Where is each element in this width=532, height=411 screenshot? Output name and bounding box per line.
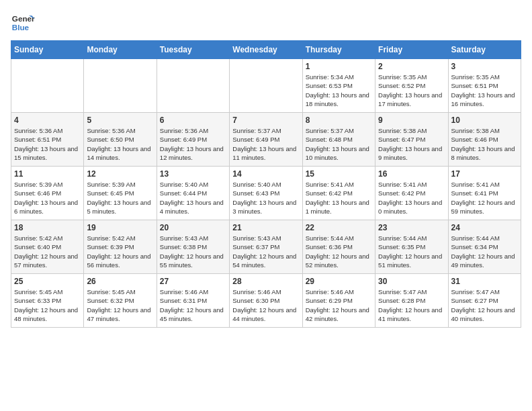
calendar-cell: 20Sunrise: 5:43 AM Sunset: 6:38 PM Dayli…: [157, 220, 229, 274]
calendar-cell: 15Sunrise: 5:41 AM Sunset: 6:42 PM Dayli…: [302, 167, 375, 220]
day-number: 3: [451, 62, 518, 71]
day-info: Sunrise: 5:36 AM Sunset: 6:49 PM Dayligh…: [160, 126, 226, 162]
day-info: Sunrise: 5:36 AM Sunset: 6:51 PM Dayligh…: [14, 126, 81, 162]
day-number: 6: [160, 116, 226, 125]
day-number: 11: [14, 169, 81, 179]
calendar-cell: 6Sunrise: 5:36 AM Sunset: 6:49 PM Daylig…: [157, 113, 229, 167]
week-row-3: 11Sunrise: 5:39 AM Sunset: 6:46 PM Dayli…: [11, 167, 521, 220]
day-info: Sunrise: 5:44 AM Sunset: 6:34 PM Dayligh…: [451, 234, 518, 269]
calendar-cell: 10Sunrise: 5:38 AM Sunset: 6:46 PM Dayli…: [448, 113, 521, 167]
calendar-cell: 28Sunrise: 5:46 AM Sunset: 6:30 PM Dayli…: [230, 274, 302, 328]
svg-text:Blue: Blue: [12, 23, 30, 32]
logo: General Blue: [11, 11, 35, 35]
calendar-cell: 29Sunrise: 5:46 AM Sunset: 6:29 PM Dayli…: [302, 274, 375, 328]
day-info: Sunrise: 5:42 AM Sunset: 6:40 PM Dayligh…: [14, 234, 81, 269]
col-header-friday: Friday: [375, 41, 448, 59]
week-row-2: 4Sunrise: 5:36 AM Sunset: 6:51 PM Daylig…: [11, 113, 521, 167]
calendar-cell: 27Sunrise: 5:46 AM Sunset: 6:31 PM Dayli…: [157, 274, 229, 328]
day-info: Sunrise: 5:35 AM Sunset: 6:51 PM Dayligh…: [451, 73, 518, 108]
col-header-tuesday: Tuesday: [157, 41, 229, 59]
col-header-sunday: Sunday: [11, 41, 84, 59]
week-row-4: 18Sunrise: 5:42 AM Sunset: 6:40 PM Dayli…: [11, 220, 521, 274]
day-info: Sunrise: 5:47 AM Sunset: 6:27 PM Dayligh…: [451, 287, 518, 323]
calendar-cell: 19Sunrise: 5:42 AM Sunset: 6:39 PM Dayli…: [84, 220, 157, 274]
day-info: Sunrise: 5:47 AM Sunset: 6:28 PM Dayligh…: [378, 287, 445, 323]
header: General Blue: [11, 11, 521, 35]
week-row-1: 1Sunrise: 5:34 AM Sunset: 6:53 PM Daylig…: [11, 59, 521, 113]
calendar-cell: 31Sunrise: 5:47 AM Sunset: 6:27 PM Dayli…: [448, 274, 521, 328]
day-number: 26: [87, 277, 153, 286]
calendar-cell: [230, 59, 302, 113]
calendar-cell: 22Sunrise: 5:44 AM Sunset: 6:36 PM Dayli…: [302, 220, 375, 274]
day-number: 10: [451, 116, 518, 125]
calendar-cell: [84, 59, 157, 113]
day-info: Sunrise: 5:41 AM Sunset: 6:41 PM Dayligh…: [451, 180, 518, 216]
day-info: Sunrise: 5:41 AM Sunset: 6:42 PM Dayligh…: [306, 180, 372, 216]
calendar-cell: 17Sunrise: 5:41 AM Sunset: 6:41 PM Dayli…: [448, 167, 521, 220]
calendar-cell: 14Sunrise: 5:40 AM Sunset: 6:43 PM Dayli…: [230, 167, 302, 220]
day-info: Sunrise: 5:34 AM Sunset: 6:53 PM Dayligh…: [306, 73, 372, 108]
calendar-cell: 9Sunrise: 5:38 AM Sunset: 6:47 PM Daylig…: [375, 113, 448, 167]
calendar-cell: [157, 59, 229, 113]
day-number: 28: [232, 277, 299, 286]
day-info: Sunrise: 5:35 AM Sunset: 6:52 PM Dayligh…: [378, 73, 445, 108]
day-number: 14: [232, 169, 299, 179]
day-info: Sunrise: 5:46 AM Sunset: 6:29 PM Dayligh…: [306, 287, 372, 323]
day-number: 13: [160, 169, 226, 179]
calendar-cell: 13Sunrise: 5:40 AM Sunset: 6:44 PM Dayli…: [157, 167, 229, 220]
day-number: 27: [160, 277, 226, 286]
header-row: SundayMondayTuesdayWednesdayThursdayFrid…: [11, 41, 521, 59]
calendar-cell: 4Sunrise: 5:36 AM Sunset: 6:51 PM Daylig…: [11, 113, 84, 167]
day-number: 25: [14, 277, 81, 286]
day-number: 31: [451, 277, 518, 286]
calendar-cell: 30Sunrise: 5:47 AM Sunset: 6:28 PM Dayli…: [375, 274, 448, 328]
day-info: Sunrise: 5:39 AM Sunset: 6:45 PM Dayligh…: [87, 180, 153, 216]
day-number: 22: [306, 223, 372, 232]
day-number: 19: [87, 223, 153, 232]
calendar-cell: 24Sunrise: 5:44 AM Sunset: 6:34 PM Dayli…: [448, 220, 521, 274]
calendar-cell: 3Sunrise: 5:35 AM Sunset: 6:51 PM Daylig…: [448, 59, 521, 113]
day-number: 24: [451, 223, 518, 232]
day-number: 23: [378, 223, 445, 232]
day-info: Sunrise: 5:40 AM Sunset: 6:44 PM Dayligh…: [160, 180, 226, 216]
day-info: Sunrise: 5:43 AM Sunset: 6:37 PM Dayligh…: [232, 234, 299, 269]
col-header-thursday: Thursday: [302, 41, 375, 59]
day-info: Sunrise: 5:45 AM Sunset: 6:33 PM Dayligh…: [14, 287, 81, 323]
calendar-cell: 5Sunrise: 5:36 AM Sunset: 6:50 PM Daylig…: [84, 113, 157, 167]
day-info: Sunrise: 5:40 AM Sunset: 6:43 PM Dayligh…: [232, 180, 299, 216]
day-info: Sunrise: 5:41 AM Sunset: 6:42 PM Dayligh…: [378, 180, 445, 216]
svg-text:General: General: [12, 14, 35, 23]
day-info: Sunrise: 5:38 AM Sunset: 6:46 PM Dayligh…: [451, 126, 518, 162]
day-number: 18: [14, 223, 81, 232]
calendar-cell: [11, 59, 84, 113]
day-info: Sunrise: 5:36 AM Sunset: 6:50 PM Dayligh…: [87, 126, 153, 162]
calendar-cell: 7Sunrise: 5:37 AM Sunset: 6:49 PM Daylig…: [230, 113, 302, 167]
day-number: 17: [451, 169, 518, 179]
day-info: Sunrise: 5:44 AM Sunset: 6:35 PM Dayligh…: [378, 234, 445, 269]
day-number: 21: [232, 223, 299, 232]
day-number: 2: [378, 62, 445, 71]
day-info: Sunrise: 5:38 AM Sunset: 6:47 PM Dayligh…: [378, 126, 445, 162]
day-number: 5: [87, 116, 153, 125]
day-number: 4: [14, 116, 81, 125]
day-number: 8: [306, 116, 372, 125]
calendar-cell: 11Sunrise: 5:39 AM Sunset: 6:46 PM Dayli…: [11, 167, 84, 220]
calendar-cell: 26Sunrise: 5:45 AM Sunset: 6:32 PM Dayli…: [84, 274, 157, 328]
day-number: 20: [160, 223, 226, 232]
day-number: 29: [306, 277, 372, 286]
day-number: 12: [87, 169, 153, 179]
day-info: Sunrise: 5:46 AM Sunset: 6:30 PM Dayligh…: [232, 287, 299, 323]
day-info: Sunrise: 5:37 AM Sunset: 6:48 PM Dayligh…: [306, 126, 372, 162]
day-number: 15: [306, 169, 372, 179]
week-row-5: 25Sunrise: 5:45 AM Sunset: 6:33 PM Dayli…: [11, 274, 521, 328]
day-info: Sunrise: 5:42 AM Sunset: 6:39 PM Dayligh…: [87, 234, 153, 269]
calendar-table: SundayMondayTuesdayWednesdayThursdayFrid…: [11, 40, 521, 328]
day-info: Sunrise: 5:39 AM Sunset: 6:46 PM Dayligh…: [14, 180, 81, 216]
col-header-wednesday: Wednesday: [230, 41, 302, 59]
calendar-cell: 23Sunrise: 5:44 AM Sunset: 6:35 PM Dayli…: [375, 220, 448, 274]
day-number: 7: [232, 116, 299, 125]
day-number: 1: [306, 62, 372, 71]
calendar-cell: 16Sunrise: 5:41 AM Sunset: 6:42 PM Dayli…: [375, 167, 448, 220]
calendar-cell: 8Sunrise: 5:37 AM Sunset: 6:48 PM Daylig…: [302, 113, 375, 167]
col-header-monday: Monday: [84, 41, 157, 59]
